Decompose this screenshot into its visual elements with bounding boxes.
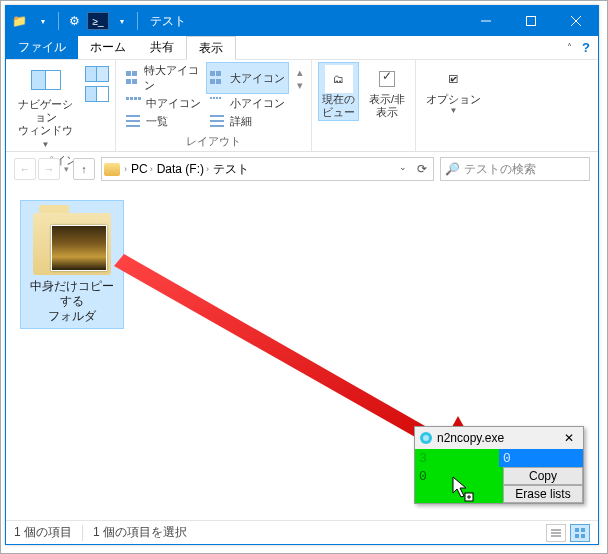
n2ncopy-window: n2ncopy.exe ✕ 3 0 0 Copy Erase lists <box>414 426 584 504</box>
layout-medium-icons[interactable]: 中アイコン <box>122 95 206 112</box>
nav-forward-button[interactable]: → <box>38 158 60 180</box>
svg-rect-10 <box>581 534 585 538</box>
svg-rect-7 <box>575 528 579 532</box>
folder-item[interactable]: 中身だけコピーする フォルダ <box>20 200 124 329</box>
erase-lists-button[interactable]: Erase lists <box>503 485 583 503</box>
app-icon <box>419 431 433 445</box>
scroll-down-icon[interactable]: ▾ <box>297 79 303 92</box>
tab-view[interactable]: 表示 <box>186 36 236 60</box>
search-icon: 🔍 <box>445 162 460 176</box>
folder-thumbnail <box>33 205 111 275</box>
svg-rect-8 <box>581 528 585 532</box>
options-button[interactable]: 🗹 オプション ▼ <box>422 62 485 118</box>
explorer-window: 📁 ▾ ⚙ ≥_ ▾ テスト ファイル ホーム 共有 表示 ˄ ? ナ <box>5 5 599 545</box>
folder-icon <box>104 163 120 176</box>
gear-icon[interactable]: ⚙ <box>63 10 85 32</box>
ribbon: ナビゲーション ウィンドウ ▼ ペイン 特大アイコン 大アイコン <box>6 60 598 152</box>
layout-small-icons[interactable]: 小アイコン <box>206 95 290 112</box>
ribbon-group-label: レイアウト <box>186 132 241 151</box>
scroll-up-icon[interactable]: ▴ <box>297 66 303 79</box>
status-selection: 1 個の項目を選択 <box>93 524 187 541</box>
maximize-button[interactable] <box>508 6 553 36</box>
svg-rect-9 <box>575 534 579 538</box>
powershell-icon[interactable]: ≥_ <box>87 12 109 30</box>
layout-list[interactable]: 一覧 <box>122 113 206 130</box>
titlebar: 📁 ▾ ⚙ ≥_ ▾ テスト <box>6 6 598 36</box>
popup-cell[interactable]: 0 <box>499 449 583 467</box>
window-title: テスト <box>150 13 463 30</box>
breadcrumb-segment[interactable]: Data (F:)› <box>157 162 209 176</box>
quick-access-toolbar: 📁 ▾ ⚙ ≥_ ▾ <box>6 10 142 32</box>
help-icon[interactable]: ? <box>574 36 598 59</box>
status-bar: 1 個の項目 1 個の項目を選択 <box>6 520 598 544</box>
popup-close-button[interactable]: ✕ <box>559 431 579 445</box>
svg-rect-1 <box>526 17 535 26</box>
popup-titlebar[interactable]: n2ncopy.exe ✕ <box>415 427 583 449</box>
preview-pane-button[interactable] <box>85 66 109 82</box>
view-icons-button[interactable] <box>570 524 590 542</box>
status-item-count: 1 個の項目 <box>14 524 72 541</box>
breadcrumb[interactable]: › PC› Data (F:)› テスト ⌄ ⟳ <box>101 157 434 181</box>
popup-title: n2ncopy.exe <box>437 431 504 445</box>
dropdown-icon[interactable]: ▾ <box>111 10 133 32</box>
nav-back-button[interactable]: ← <box>14 158 36 180</box>
address-bar: ← → ▾ ↑ › PC› Data (F:)› テスト ⌄ ⟳ 🔍 テストの検… <box>6 152 598 186</box>
details-pane-button[interactable] <box>85 86 109 102</box>
dropdown-icon[interactable]: ▾ <box>32 10 54 32</box>
show-hide-button[interactable]: 表示/非 表示 <box>365 62 409 121</box>
layout-xl-icons[interactable]: 特大アイコン <box>122 62 206 94</box>
copy-button[interactable]: Copy <box>503 467 583 485</box>
close-button[interactable] <box>553 6 598 36</box>
svg-point-13 <box>423 435 429 441</box>
layout-large-icons[interactable]: 大アイコン <box>206 62 290 94</box>
search-input[interactable]: 🔍 テストの検索 <box>440 157 590 181</box>
minimize-button[interactable] <box>463 6 508 36</box>
nav-up-button[interactable]: ↑ <box>73 158 95 180</box>
history-dropdown-icon[interactable]: ⌄ <box>395 162 411 176</box>
tab-file[interactable]: ファイル <box>6 36 78 59</box>
menu-tabs: ファイル ホーム 共有 表示 ˄ ? <box>6 36 598 60</box>
chevron-up-icon[interactable]: ˄ <box>567 42 572 53</box>
breadcrumb-segment[interactable]: PC› <box>131 162 153 176</box>
navigation-pane-button[interactable]: ナビゲーション ウィンドウ ▼ <box>12 62 79 151</box>
popup-cell[interactable] <box>415 485 503 503</box>
folder-icon: 📁 <box>8 10 30 32</box>
history-dropdown[interactable]: ▾ <box>62 164 71 174</box>
popup-cell[interactable]: 3 <box>415 449 499 467</box>
view-details-button[interactable] <box>546 524 566 542</box>
folder-name: 中身だけコピーする フォルダ <box>25 279 119 324</box>
tab-home[interactable]: ホーム <box>78 36 138 59</box>
tab-share[interactable]: 共有 <box>138 36 186 59</box>
popup-cell[interactable]: 0 <box>415 467 503 485</box>
layout-details[interactable]: 詳細 <box>206 113 290 130</box>
current-view-button[interactable]: 🗂 現在の ビュー <box>318 62 359 121</box>
breadcrumb-segment[interactable]: テスト <box>213 161 249 178</box>
refresh-icon[interactable]: ⟳ <box>413 162 431 176</box>
